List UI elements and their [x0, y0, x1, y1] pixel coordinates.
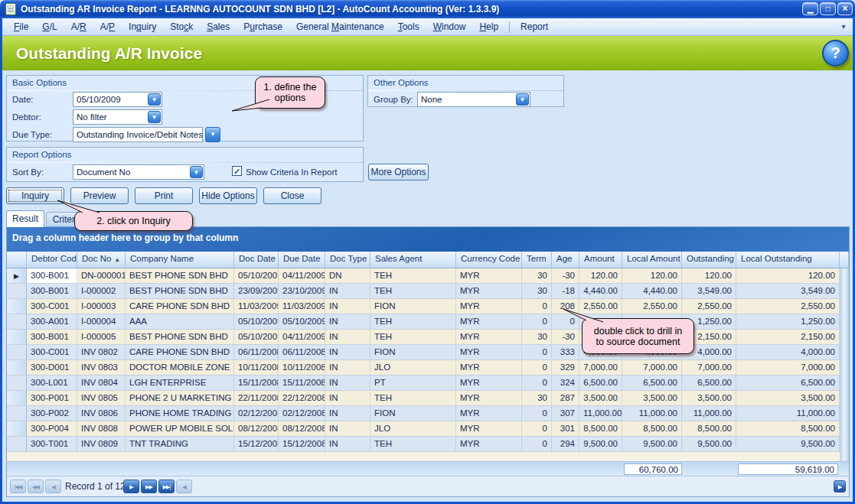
column-header-doc-type[interactable]: Doc Type	[325, 252, 370, 268]
close-report-button[interactable]: Close	[263, 187, 321, 204]
column-header-company-name[interactable]: Company Name	[126, 252, 234, 268]
column-header-age[interactable]: Age	[552, 252, 579, 268]
column-header-outstanding[interactable]: Outstanding	[682, 252, 736, 268]
date-label: Date:	[12, 95, 34, 104]
column-header-doc-date[interactable]: Doc Date	[234, 252, 279, 268]
menu-item-a-r[interactable]: A/R	[64, 21, 93, 32]
menu-item-file[interactable]: File	[7, 21, 35, 32]
row-selector[interactable]	[7, 284, 27, 299]
row-selector[interactable]	[7, 376, 27, 391]
row-selector[interactable]	[7, 299, 27, 314]
nav-next-button[interactable]: ▶	[123, 480, 139, 493]
maximize-button[interactable]: □	[820, 2, 836, 15]
title-bar[interactable]: Outstanding AR Invoice Report - LEARNNG …	[0, 0, 855, 18]
table-row[interactable]: 300-T001INV 0809TNT TRADING15/12/200815/…	[7, 437, 849, 452]
nav-prev-page-button[interactable]: ◀◀	[28, 480, 44, 493]
debtor-input[interactable]: No filter ▼	[73, 109, 162, 125]
due-type-dropdown-icon[interactable]: ▼	[205, 127, 220, 142]
table-row[interactable]: 300-P001INV 0805PHONE 2 U MARKETING22/11…	[7, 391, 849, 406]
column-header-local-amount[interactable]: Local Amount	[622, 252, 682, 268]
menu-item-a-p[interactable]: A/P	[93, 21, 122, 32]
group-by-dropdown-icon[interactable]: ▼	[516, 93, 529, 106]
menu-item-tools[interactable]: Tools	[391, 21, 426, 32]
menu-overflow-button[interactable]: ▾	[837, 21, 850, 33]
sort-by-input[interactable]: Document No ▼	[73, 164, 204, 180]
column-header-doc-no[interactable]: Doc No▲	[77, 252, 126, 268]
row-selector[interactable]	[7, 330, 27, 345]
column-header-debtor-code[interactable]: Debtor Code	[27, 252, 77, 268]
group-by-input[interactable]: None ▼	[417, 92, 530, 107]
table-cell: 0	[522, 360, 552, 376]
column-header-due-date[interactable]: Due Date	[279, 252, 325, 268]
grid-body: ▶300-B001DN-000001BEST PHONE SDN BHD05/1…	[7, 268, 849, 452]
table-row[interactable]: 300-C001INV 0802CARE PHONE SDN BHD06/11/…	[7, 345, 849, 360]
table-row[interactable]: 300-P002INV 0806PHONE HOME TRADING02/12/…	[7, 406, 849, 421]
column-header-term[interactable]: Term	[522, 252, 552, 268]
menu-item-purchase[interactable]: Purchase	[237, 21, 289, 32]
table-cell: I-000005	[77, 330, 126, 345]
row-selector[interactable]	[7, 391, 27, 406]
row-selector[interactable]	[7, 345, 27, 360]
table-row[interactable]: ▶300-B001DN-000001BEST PHONE SDN BHD05/1…	[7, 268, 849, 284]
row-selector[interactable]	[7, 437, 27, 452]
date-input[interactable]: 05/10/2009 ▼	[73, 92, 162, 107]
row-selector[interactable]	[7, 360, 27, 376]
menu-item-stock[interactable]: Stock	[163, 21, 200, 32]
print-button[interactable]: Print	[135, 187, 193, 204]
table-cell: MYR	[456, 406, 522, 421]
menu-item-report[interactable]: Report	[514, 21, 555, 32]
scroll-left-icon: ◀	[182, 484, 185, 489]
nav-next-page-button[interactable]: ▶▶	[141, 480, 157, 493]
table-row[interactable]: 300-L001INV 0804LGH ENTERPRISE15/11/2008…	[7, 376, 849, 391]
column-header-local-outstanding[interactable]: Local Outstanding	[736, 252, 840, 268]
table-cell: 3,549.00	[682, 284, 736, 299]
close-button[interactable]: ×	[837, 2, 853, 15]
menu-item-sales[interactable]: Sales	[200, 21, 237, 32]
menu-item-general-maintenance[interactable]: General Maintenance	[289, 21, 391, 32]
row-selector[interactable]	[7, 314, 27, 330]
nav-last-button[interactable]: ▶▶|	[158, 480, 175, 493]
table-cell: IN	[325, 376, 370, 391]
table-cell: 11,000.00	[622, 406, 682, 421]
table-row[interactable]: 300-B001I-000002BEST PHONE SDN BHD23/09/…	[7, 284, 849, 299]
row-pointer-icon: ▶	[14, 272, 19, 280]
table-row[interactable]: 300-A001I-000004AAA05/10/200905/10/2009I…	[7, 314, 849, 330]
vertical-scrollbar[interactable]	[840, 268, 849, 461]
row-selector[interactable]	[7, 421, 27, 437]
row-selector[interactable]	[7, 406, 27, 421]
row-selector[interactable]: ▶	[7, 268, 27, 284]
table-row[interactable]: 300-D001INV 0803DOCTOR MOBILE ZONE10/11/…	[7, 360, 849, 376]
table-cell: 294	[552, 437, 579, 452]
nav-prev-button[interactable]: ◀	[45, 480, 61, 493]
table-cell: -30	[552, 330, 579, 345]
column-header-currency-code[interactable]: Currency Code	[456, 252, 522, 268]
more-options-button[interactable]: More Options	[368, 164, 429, 180]
table-row[interactable]: 300-C001I-000003CARE PHONE SDN BHD11/03/…	[7, 299, 849, 314]
help-button[interactable]: ?	[822, 40, 849, 67]
menu-item-window[interactable]: Window	[426, 21, 473, 32]
column-header-sales-agent[interactable]: Sales Agent	[370, 252, 456, 268]
table-cell: 300-A001	[27, 314, 77, 330]
hide-options-button[interactable]: Hide Options	[199, 187, 257, 204]
table-cell: 120.00	[682, 268, 736, 284]
tab-result[interactable]: Result	[6, 210, 44, 227]
menu-item-help[interactable]: Help	[472, 21, 505, 32]
sort-by-value: Document No	[77, 165, 130, 179]
menu-item-inquiry[interactable]: Inquiry	[122, 21, 163, 32]
due-type-input[interactable]: Outstanding Invoice/Debit Notes	[73, 127, 203, 142]
date-dropdown-icon[interactable]: ▼	[148, 93, 161, 106]
table-cell: 3,549.00	[736, 284, 840, 299]
sort-by-dropdown-icon[interactable]: ▼	[190, 166, 203, 178]
menu-item-g-l[interactable]: G/L	[35, 21, 64, 32]
column-header-amount[interactable]: Amount	[579, 252, 622, 268]
debtor-dropdown-icon[interactable]: ▼	[148, 111, 161, 123]
nav-first-button[interactable]: |◀◀	[10, 480, 26, 493]
hscroll-left-button[interactable]: ◀	[176, 480, 192, 493]
table-cell: I-000003	[77, 299, 126, 314]
hscroll-right-button[interactable]: ▶	[834, 480, 846, 493]
table-cell: 11,000.00	[736, 406, 840, 421]
minimize-button[interactable]: ▁	[802, 2, 818, 15]
show-criteria-checkbox[interactable]: ✓	[232, 166, 242, 176]
table-row[interactable]: 300-B001I-000005BEST PHONE SDN BHD05/10/…	[7, 330, 849, 345]
table-row[interactable]: 300-P004INV 0808POWER UP MOBILE SOLUTI..…	[7, 421, 849, 437]
